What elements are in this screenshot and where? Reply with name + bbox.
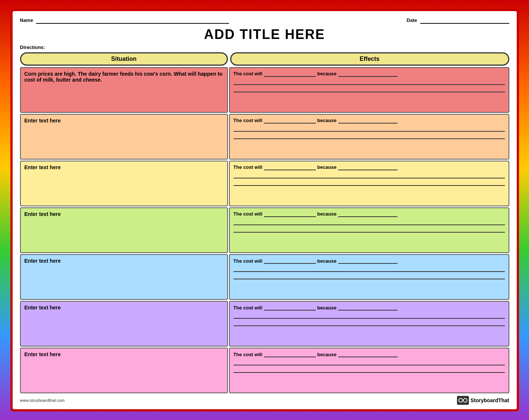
table-row: Enter text here The cost will because [20, 161, 509, 206]
effects-line-1-3 [234, 219, 505, 225]
effect-fill-1-1[interactable] [264, 118, 316, 124]
outer-border: Name Date ADD TITLE HERE Directions: Sit… [10, 9, 519, 411]
effect-fill-1-3[interactable] [264, 211, 316, 217]
date-input-line[interactable] [420, 17, 509, 24]
footer-bar: www.storyboardthat.com StoryboardThat [20, 396, 509, 405]
footer-url: www.storyboardthat.com [20, 398, 65, 403]
effects-top-line-5: The cost will because [234, 305, 505, 311]
effects-top-line-3: The cost will because [234, 211, 505, 217]
effects-top-line-4: The cost will because [234, 258, 505, 264]
situation-cell-0[interactable]: Corn prices are high. The dairy farmer f… [20, 67, 228, 113]
effects-cell-2[interactable]: The cost will because [229, 161, 509, 206]
effects-line-2-4 [234, 273, 505, 279]
situation-cell-3[interactable]: Enter text here [20, 207, 228, 253]
effects-line-1-6 [234, 360, 505, 365]
effects-line-2-6 [234, 367, 505, 373]
effects-line-2-0 [234, 86, 505, 92]
name-input-line[interactable] [36, 17, 229, 24]
table-area: Corn prices are high. The dairy farmer f… [20, 67, 509, 394]
effects-cell-1[interactable]: The cost will because [229, 114, 509, 160]
header-row: Name Date [20, 17, 509, 24]
situation-text-0: Corn prices are high. The dairy farmer f… [25, 71, 223, 83]
situation-cell-5[interactable]: Enter text here [20, 301, 228, 347]
table-row: Enter text here The cost will because [20, 207, 509, 253]
effect-fill-2-6[interactable] [338, 351, 398, 357]
effect-fill-2-5[interactable] [338, 305, 398, 311]
effects-line-2-5 [234, 320, 505, 326]
effects-column-header: Effects [230, 52, 509, 66]
effects-cell-6[interactable]: The cost will because [229, 348, 509, 393]
effects-line-1-0 [234, 79, 505, 85]
table-row: Enter text here The cost will because [20, 114, 509, 160]
situation-text-3: Enter text here [25, 211, 61, 217]
situation-text-2: Enter text here [25, 164, 61, 170]
date-label: Date [406, 17, 417, 23]
situation-text-1: Enter text here [25, 118, 61, 124]
table-row: Enter text here The cost will because [20, 348, 509, 393]
situation-cell-2[interactable]: Enter text here [20, 161, 228, 206]
effects-line-1-2 [234, 173, 505, 178]
table-row: Enter text here The cost will because [20, 301, 509, 347]
effects-line-2-3 [234, 227, 505, 233]
table-row: Enter text here The cost will because [20, 254, 509, 300]
situation-text-6: Enter text here [25, 351, 61, 357]
situation-column-header: Situation [20, 52, 228, 66]
effect-fill-2-1[interactable] [338, 118, 398, 124]
footer-logo: StoryboardThat [457, 396, 509, 405]
effects-line-2-1 [234, 133, 505, 139]
page-title[interactable]: ADD TITLE HERE [20, 27, 509, 42]
svg-point-2 [459, 399, 462, 402]
inner-container: Name Date ADD TITLE HERE Directions: Sit… [13, 11, 517, 409]
situation-cell-1[interactable]: Enter text here [20, 114, 228, 160]
column-headers: Situation Effects [20, 52, 509, 66]
effect-fill-1-4[interactable] [264, 258, 316, 264]
situation-text-4: Enter text here [25, 258, 61, 264]
logo-text: StoryboardThat [470, 397, 509, 403]
effects-cell-5[interactable]: The cost will because [229, 301, 509, 347]
name-label: Name [20, 17, 33, 23]
effect-fill-2-2[interactable] [338, 164, 398, 170]
effects-line-1-5 [234, 313, 505, 319]
effects-top-line-6: The cost will because [234, 351, 505, 357]
effect-fill-2-0[interactable] [338, 71, 398, 77]
effects-line-2-2 [234, 180, 505, 186]
effects-cell-0[interactable]: The cost will because [229, 67, 509, 113]
effect-fill-1-2[interactable] [264, 164, 316, 170]
name-field: Name [20, 17, 229, 24]
effects-top-line-1: The cost will because [234, 118, 505, 124]
effects-top-line-0: The cost will because [234, 71, 505, 77]
effects-line-1-4 [234, 266, 505, 272]
effects-cell-3[interactable]: The cost will because [229, 207, 509, 253]
storyboardthat-icon [457, 396, 469, 405]
effects-top-line-2: The cost will because [234, 164, 505, 170]
effect-fill-2-3[interactable] [338, 211, 398, 217]
effect-fill-1-5[interactable] [264, 305, 316, 311]
effects-line-1-1 [234, 126, 505, 132]
effect-fill-2-4[interactable] [338, 258, 398, 264]
date-field: Date [406, 17, 509, 24]
effect-fill-1-6[interactable] [264, 351, 316, 357]
situation-cell-6[interactable]: Enter text here [20, 348, 228, 393]
table-row: Corn prices are high. The dairy farmer f… [20, 67, 509, 113]
effect-fill-1-0[interactable] [264, 71, 316, 77]
directions-label: Directions: [20, 45, 509, 50]
situation-cell-4[interactable]: Enter text here [20, 254, 228, 300]
situation-text-5: Enter text here [25, 305, 61, 311]
effects-cell-4[interactable]: The cost will because [229, 254, 509, 300]
